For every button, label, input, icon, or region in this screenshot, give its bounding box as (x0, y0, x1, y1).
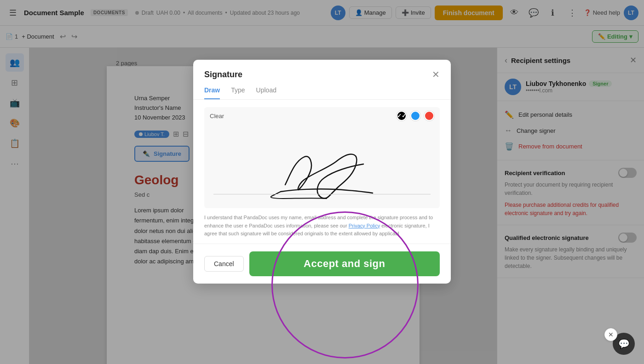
tab-type[interactable]: Type (231, 86, 245, 99)
accept-and-sign-button[interactable]: Accept and sign (249, 251, 440, 276)
sig-canvas-toolbar: Clear ✓ (204, 107, 440, 125)
modal-header: Signature ✕ (193, 60, 451, 80)
color-picker: ✓ (397, 111, 434, 121)
privacy-policy-link[interactable]: Privacy Policy (349, 223, 380, 228)
color-red-dot[interactable] (424, 111, 434, 121)
chat-bubble-icon: 💬 (618, 338, 630, 349)
modal-overlay: Signature ✕ Draw Type Upload Clear ✓ (0, 0, 644, 364)
tab-upload[interactable]: Upload (256, 86, 276, 99)
modal-footer: Cancel Accept and sign (193, 244, 451, 284)
modal-close-button[interactable]: ✕ (432, 69, 440, 80)
signature-drawing-area[interactable] (204, 125, 440, 208)
signature-modal: Signature ✕ Draw Type Upload Clear ✓ (193, 60, 451, 284)
tab-draw[interactable]: Draw (204, 86, 220, 99)
signature-svg (258, 130, 386, 203)
signature-baseline (213, 194, 431, 194)
consent-text: I understand that PandaDoc uses my name,… (204, 214, 440, 238)
color-black-dot[interactable]: ✓ (397, 111, 407, 121)
color-blue-dot[interactable] (410, 111, 420, 121)
modal-title: Signature (204, 70, 242, 80)
cancel-button[interactable]: Cancel (204, 256, 244, 272)
modal-tabs: Draw Type Upload (193, 86, 451, 100)
chat-close-button[interactable]: ✕ (604, 328, 617, 341)
signature-canvas-area[interactable]: Clear ✓ (204, 107, 440, 208)
clear-signature-button[interactable]: Clear (210, 113, 224, 119)
